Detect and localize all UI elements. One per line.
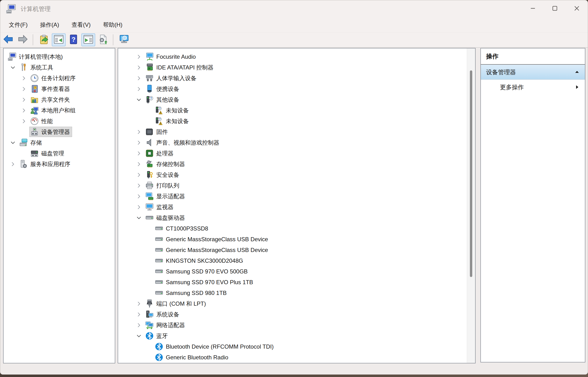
tree-item-body[interactable]: 端口 (COM 和 LPT) bbox=[144, 298, 208, 309]
menu-item-1[interactable]: 文件(F) bbox=[4, 19, 33, 31]
device-tree-item[interactable]: 处理器 bbox=[118, 148, 475, 159]
device-tree-item[interactable]: Samsung SSD 980 1TB bbox=[118, 287, 475, 298]
scan-computer-button[interactable] bbox=[117, 33, 131, 46]
device-tree-item[interactable]: 监视器 bbox=[118, 202, 475, 212]
tree-item-body[interactable]: 设备管理器 bbox=[29, 127, 72, 137]
chevron-right-icon[interactable] bbox=[133, 191, 144, 202]
tree-item-body[interactable]: Bluetooth Device (RFCOMM Protocol TDI) bbox=[154, 342, 276, 352]
device-tree-item[interactable]: 蓝牙 bbox=[118, 330, 475, 341]
chevron-right-icon[interactable] bbox=[133, 73, 144, 83]
vertical-scrollbar[interactable] bbox=[467, 48, 475, 363]
minimize-button[interactable] bbox=[522, 0, 544, 17]
device-tree-item[interactable]: 安全设备 bbox=[118, 169, 475, 180]
chevron-right-icon[interactable] bbox=[7, 159, 18, 169]
tree-item-body[interactable]: ?未知设备 bbox=[154, 116, 191, 126]
more-actions-item[interactable]: 更多操作 bbox=[481, 80, 585, 94]
tree-item-body[interactable]: Generic MassStorageClass USB Device bbox=[154, 245, 270, 255]
sidebar-tree-item[interactable]: 服务和应用程序 bbox=[4, 159, 115, 169]
device-tree-item[interactable]: 显示适配器 bbox=[118, 191, 475, 202]
tree-item-body[interactable]: CT1000P3SSD8 bbox=[154, 223, 210, 234]
chevron-down-icon[interactable] bbox=[7, 137, 18, 148]
device-tree-item[interactable]: IDE ATA/ATAPI 控制器 bbox=[118, 62, 475, 73]
tree-item-body[interactable]: 性能 bbox=[29, 116, 55, 126]
tree-item-body[interactable]: Samsung SSD 980 1TB bbox=[154, 288, 229, 298]
scrollbar-thumb[interactable] bbox=[470, 71, 472, 277]
device-tree-item[interactable]: 网络适配器 bbox=[118, 320, 475, 330]
chevron-down-icon[interactable] bbox=[133, 330, 144, 341]
chevron-right-icon[interactable] bbox=[133, 169, 144, 180]
menu-item-4[interactable]: 帮助(H) bbox=[98, 19, 128, 31]
sidebar-tree-item[interactable]: 设备管理器 bbox=[4, 127, 115, 137]
show-console-tree-button[interactable] bbox=[52, 33, 66, 46]
chevron-right-icon[interactable] bbox=[18, 83, 29, 94]
close-button[interactable] bbox=[566, 0, 588, 17]
chevron-right-icon[interactable] bbox=[133, 202, 144, 212]
device-tree-item[interactable]: 声音、视频和游戏控制器 bbox=[118, 137, 475, 148]
chevron-down-icon[interactable] bbox=[7, 62, 18, 73]
device-tree-item[interactable]: Generic Bluetooth Radio bbox=[118, 352, 475, 363]
tree-item-body[interactable]: 本地用户和组 bbox=[29, 105, 78, 116]
sidebar-tree-item[interactable]: 性能 bbox=[4, 116, 115, 127]
tree-item-body[interactable]: Samsung SSD 970 EVO Plus 1TB bbox=[154, 277, 255, 287]
tree-item-body[interactable]: Focusrite Audio bbox=[144, 52, 198, 62]
tree-item-body[interactable]: 服务和应用程序 bbox=[18, 159, 72, 169]
sidebar-tree-item[interactable]: 事件查看器 bbox=[4, 83, 115, 94]
device-tree-item[interactable]: ?未知设备 bbox=[118, 116, 475, 127]
tree-item-body[interactable]: ?未知设备 bbox=[154, 105, 191, 116]
tree-item-body[interactable]: 处理器 bbox=[144, 148, 176, 158]
tree-item-body[interactable]: ?其他设备 bbox=[144, 94, 181, 105]
sidebar-tree-item[interactable]: 计算机管理(本地) bbox=[4, 51, 115, 62]
tree-item-body[interactable]: 存储 bbox=[18, 137, 44, 148]
device-tree-item[interactable]: 存储控制器 bbox=[118, 159, 475, 169]
chevron-down-icon[interactable] bbox=[133, 94, 144, 105]
tree-item-body[interactable]: 存储控制器 bbox=[144, 159, 187, 169]
device-tree-item[interactable]: 固件 bbox=[118, 127, 475, 137]
chevron-right-icon[interactable] bbox=[18, 105, 29, 116]
chevron-right-icon[interactable] bbox=[18, 116, 29, 127]
tree-item-body[interactable]: 计算机管理(本地) bbox=[7, 52, 65, 62]
tree-item-body[interactable]: 蓝牙 bbox=[144, 331, 170, 341]
chevron-right-icon[interactable] bbox=[18, 94, 29, 105]
chevron-right-icon[interactable] bbox=[133, 62, 144, 73]
menu-item-3[interactable]: 查看(V) bbox=[66, 19, 96, 31]
device-tree-item[interactable]: 磁盘驱动器 bbox=[118, 212, 475, 223]
tree-item-body[interactable]: 声音、视频和游戏控制器 bbox=[144, 137, 222, 148]
forward-arrow-button[interactable] bbox=[16, 33, 30, 46]
device-tree-item[interactable]: Generic MassStorageClass USB Device bbox=[118, 234, 475, 245]
chevron-right-icon[interactable] bbox=[133, 148, 144, 159]
device-tree-item[interactable]: CT1000P3SSD8 bbox=[118, 223, 475, 234]
tree-item-body[interactable]: IDE ATA/ATAPI 控制器 bbox=[144, 62, 216, 72]
actions-group-device-manager[interactable]: 设备管理器 bbox=[481, 65, 585, 80]
chevron-right-icon[interactable] bbox=[133, 137, 144, 148]
tree-item-body[interactable]: Generic MassStorageClass USB Device bbox=[154, 234, 270, 244]
tree-item-body[interactable]: 固件 bbox=[144, 127, 170, 137]
sidebar-tree-item[interactable]: 存储 bbox=[4, 137, 115, 148]
sidebar-tree-item[interactable]: 任务计划程序 bbox=[4, 73, 115, 83]
device-tree-item[interactable]: ?未知设备 bbox=[118, 105, 475, 116]
device-tree-item[interactable]: Focusrite Audio bbox=[118, 51, 475, 62]
sidebar-tree-item[interactable]: 共享文件夹 bbox=[4, 94, 115, 105]
device-tree-item[interactable]: 系统设备 bbox=[118, 309, 475, 320]
tree-item-body[interactable]: 显示适配器 bbox=[144, 191, 187, 201]
tree-item-body[interactable]: 网络适配器 bbox=[144, 320, 187, 330]
show-action-pane-button[interactable] bbox=[81, 33, 95, 46]
export-list-button[interactable] bbox=[37, 33, 51, 46]
tree-item-body[interactable]: 磁盘管理 bbox=[29, 148, 66, 158]
tree-item-body[interactable]: 监视器 bbox=[144, 202, 176, 212]
back-arrow-button[interactable] bbox=[1, 33, 15, 46]
device-tree-item[interactable]: 人体学输入设备 bbox=[118, 73, 475, 83]
tree-item-body[interactable]: 打印队列 bbox=[144, 180, 181, 191]
help-button[interactable]: ? bbox=[67, 33, 81, 46]
sidebar-tree-item[interactable]: 本地用户和组 bbox=[4, 105, 115, 116]
device-tree-item[interactable]: ?其他设备 bbox=[118, 94, 475, 105]
chevron-right-icon[interactable] bbox=[133, 180, 144, 191]
device-tree-item[interactable]: Generic MassStorageClass USB Device bbox=[118, 245, 475, 255]
device-tree-item[interactable]: KINGSTON SKC3000D2048G bbox=[118, 255, 475, 266]
tree-item-body[interactable]: 安全设备 bbox=[144, 170, 181, 180]
chevron-right-icon[interactable] bbox=[133, 320, 144, 330]
sidebar-tree-item[interactable]: 磁盘管理 bbox=[4, 148, 115, 159]
chevron-down-icon[interactable] bbox=[133, 212, 144, 223]
device-tree-item[interactable]: 便携设备 bbox=[118, 83, 475, 94]
device-tree-item[interactable]: 端口 (COM 和 LPT) bbox=[118, 298, 475, 309]
tree-item-body[interactable]: 便携设备 bbox=[144, 84, 181, 94]
